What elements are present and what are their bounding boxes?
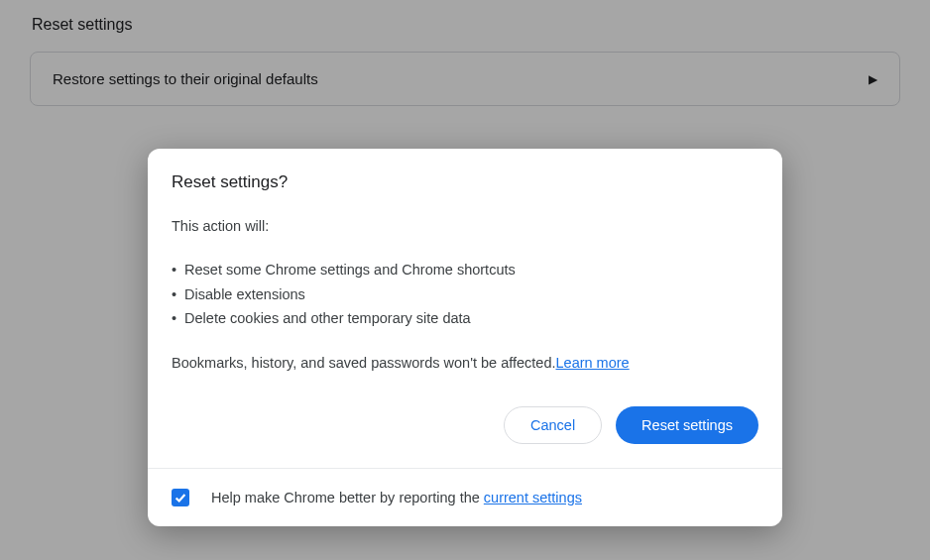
- dialog-body: Reset settings? This action will: Reset …: [148, 149, 782, 468]
- footer-text: Help make Chrome better by reporting the…: [211, 490, 582, 505]
- dialog-title: Reset settings?: [172, 172, 758, 192]
- reset-settings-button[interactable]: Reset settings: [616, 406, 758, 444]
- dialog-note: Bookmarks, history, and saved passwords …: [172, 355, 758, 371]
- report-checkbox[interactable]: [172, 489, 189, 506]
- dialog-intro: This action will:: [172, 218, 758, 234]
- dialog-actions: Cancel Reset settings: [172, 406, 758, 444]
- checkmark-icon: [174, 491, 187, 504]
- reset-settings-dialog: Reset settings? This action will: Reset …: [148, 149, 782, 526]
- dialog-footer: Help make Chrome better by reporting the…: [148, 468, 782, 526]
- dialog-note-text: Bookmarks, history, and saved passwords …: [172, 355, 556, 371]
- bullet-item: Disable extensions: [172, 282, 758, 307]
- bullet-item: Reset some Chrome settings and Chrome sh…: [172, 258, 758, 282]
- current-settings-link[interactable]: current settings: [484, 490, 582, 505]
- learn-more-link[interactable]: Learn more: [556, 355, 630, 371]
- cancel-button[interactable]: Cancel: [504, 406, 602, 444]
- footer-text-prefix: Help make Chrome better by reporting the: [211, 490, 484, 505]
- dialog-bullet-list: Reset some Chrome settings and Chrome sh…: [172, 258, 758, 331]
- modal-overlay: Reset settings? This action will: Reset …: [0, 0, 930, 560]
- bullet-item: Delete cookies and other temporary site …: [172, 306, 758, 331]
